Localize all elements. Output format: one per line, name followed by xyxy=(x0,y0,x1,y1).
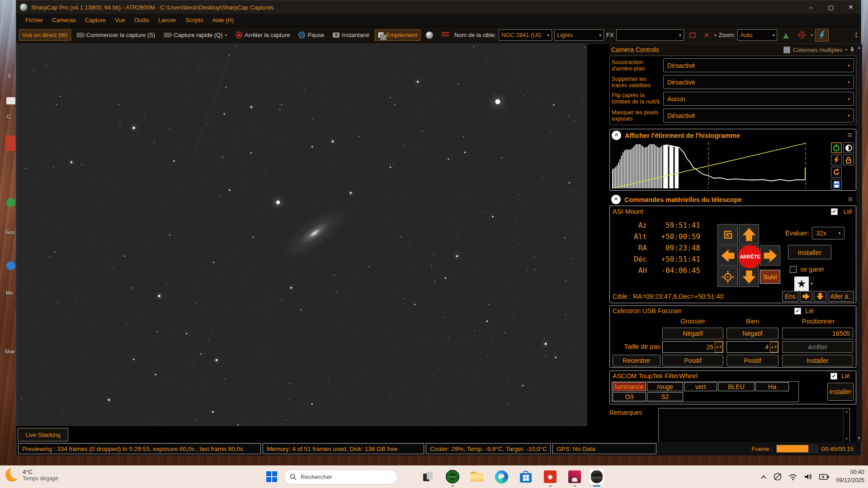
selection-area-button[interactable] xyxy=(686,30,699,40)
live-view-button[interactable]: Vue en direct (W) xyxy=(19,29,71,41)
lock-button[interactable] xyxy=(843,155,854,165)
histogram-plot[interactable] xyxy=(611,141,855,189)
multi-column-checkbox[interactable] xyxy=(783,47,790,53)
mount-setup-button[interactable]: Installer xyxy=(788,245,831,259)
chevron-down-icon[interactable]: ▾ xyxy=(714,33,717,38)
spinner-arrows-icon[interactable]: ▲▼ xyxy=(715,342,723,352)
flip-select[interactable]: Aucun▾ xyxy=(663,92,854,106)
tracking-toggle-button[interactable]: Suivi xyxy=(760,270,780,284)
histogram-button[interactable] xyxy=(779,29,793,41)
coarse-negative-button[interactable]: Négatif xyxy=(662,328,723,339)
reset-stretch-button[interactable] xyxy=(831,167,842,178)
auto-stretch-button[interactable] xyxy=(831,155,842,165)
position-input[interactable]: 16505 xyxy=(782,328,853,339)
file-explorer-button[interactable] xyxy=(469,469,485,484)
save-target-button[interactable]: Ens xyxy=(782,291,798,302)
chevron-down-icon[interactable]: ▾ xyxy=(811,33,813,38)
filterwheel-setup-button[interactable]: Installer xyxy=(827,383,854,401)
sharpcap-app-button[interactable] xyxy=(589,469,604,484)
edge-browser-button[interactable] xyxy=(494,469,509,484)
start-button[interactable] xyxy=(264,469,279,484)
notes-textarea[interactable]: ▲▼ xyxy=(658,408,850,442)
pin-icon[interactable] xyxy=(850,47,854,53)
stretch-on-button[interactable] xyxy=(831,142,842,153)
menu-icon[interactable]: ≡ xyxy=(847,131,854,140)
volume-icon[interactable] xyxy=(804,473,813,480)
reticle-button[interactable] xyxy=(795,29,808,41)
fine-positive-button[interactable]: Positif xyxy=(726,355,778,366)
satellite-trail-select[interactable]: Désactivé▾ xyxy=(663,75,854,89)
desktop-icon-label[interactable]: Shar xyxy=(5,349,15,354)
desktop-icon-label[interactable]: Mic xyxy=(6,290,14,296)
mount-stop-button[interactable]: ARRÊTE xyxy=(738,245,762,268)
taskbar-clock[interactable]: 00:40 09/12/2025 xyxy=(836,468,864,484)
stop-capture-button[interactable]: Arrêter la capture xyxy=(232,29,293,41)
desktop-icon[interactable] xyxy=(5,136,15,151)
park-checkbox[interactable] xyxy=(790,266,797,273)
contrast-button[interactable] xyxy=(843,142,854,153)
snapshot-button[interactable]: Instantané xyxy=(330,29,373,41)
asi-studio-button[interactable]: ◆ xyxy=(542,469,558,484)
focuser-setup-button[interactable]: Installer xyxy=(782,355,853,366)
task-view-button[interactable] xyxy=(420,469,436,484)
fine-negative-button[interactable]: Négatif xyxy=(726,328,778,339)
hide-hot-pixels-select[interactable]: Désactivé▾ xyxy=(663,108,854,122)
fx-select[interactable]: ▾ xyxy=(616,29,684,41)
focuser-linked-checkbox[interactable]: ✓ xyxy=(794,308,801,314)
tools-button[interactable] xyxy=(815,29,829,42)
desktop-icon-label[interactable]: Goo xyxy=(5,230,15,235)
menu-aide[interactable]: Aide (H) xyxy=(208,15,238,25)
focuser-stop-button[interactable]: Arrêter xyxy=(782,341,853,353)
start-capture-button[interactable]: Commencer la capture (S) xyxy=(73,29,158,41)
satellite-app-button[interactable] xyxy=(567,469,582,484)
live-image-canvas[interactable] xyxy=(16,44,587,426)
menu-outils[interactable]: Outils xyxy=(130,15,154,25)
coarse-positive-button[interactable]: Positif xyxy=(662,355,723,366)
pull-target-button[interactable] xyxy=(814,291,826,302)
crosshair-button[interactable]: × xyxy=(701,30,712,41)
slew-right-button[interactable] xyxy=(760,245,780,266)
filter-rouge[interactable]: rouge xyxy=(647,382,683,391)
white-balance-button[interactable] xyxy=(423,29,436,41)
quick-capture-button[interactable]: Capture rapide (Q)▾ xyxy=(160,29,230,41)
center-target-button[interactable] xyxy=(717,267,738,287)
target-name-select[interactable]: NGC 2841 (UG▾ xyxy=(499,29,552,41)
taskbar-search[interactable]: Rechercher xyxy=(284,469,398,484)
chevron-down-icon[interactable]: ▾ xyxy=(845,47,847,52)
mount-linked-checkbox[interactable]: ✓ xyxy=(831,208,838,215)
desktop-icon-label[interactable]: C xyxy=(7,114,10,119)
slew-left-button[interactable] xyxy=(717,245,738,266)
push-target-button[interactable] xyxy=(800,291,812,302)
fine-step-spinner[interactable]: 4▲▼ xyxy=(726,341,778,353)
menu-fichier[interactable]: Fichier xyxy=(21,15,47,25)
filter-vert[interactable]: vert xyxy=(684,382,717,391)
menu-icon[interactable]: ≡ xyxy=(848,195,854,204)
coarse-step-spinner[interactable]: 25▲▼ xyxy=(662,341,723,353)
filter-ha[interactable]: Ha xyxy=(755,382,789,391)
toolbar-overflow-scroll[interactable]: ▲▼ xyxy=(854,32,858,39)
rate-select[interactable]: 32x▾ xyxy=(812,227,844,239)
zoom-select[interactable]: Auto▾ xyxy=(737,29,777,41)
star-select-chevron[interactable]: ▾ xyxy=(809,277,815,291)
stacking-button[interactable]: Empilement xyxy=(375,29,420,41)
slew-down-button[interactable] xyxy=(739,267,759,287)
collapse-icon[interactable]: ^ xyxy=(611,195,621,204)
collapse-icon[interactable]: ^ xyxy=(612,131,621,140)
minimize-button[interactable]: – xyxy=(801,0,821,14)
save-stretch-button[interactable] xyxy=(831,179,842,190)
recenter-button[interactable]: Recentrer xyxy=(613,355,660,366)
do-not-disturb-icon[interactable] xyxy=(773,472,782,481)
slew-up-button[interactable] xyxy=(739,224,759,244)
pause-button[interactable]: Pause xyxy=(295,29,327,41)
desktop-icon[interactable] xyxy=(6,261,15,270)
filter-luminance[interactable]: luminance xyxy=(613,382,646,391)
desktop-icon-label[interactable]: S xyxy=(8,73,11,79)
restore-button[interactable]: ▢ xyxy=(821,0,841,14)
tab-live-stacking[interactable]: Live Stacking xyxy=(18,428,68,441)
desktop-icon[interactable] xyxy=(6,198,15,207)
wifi-icon[interactable] xyxy=(788,473,797,480)
filter-s2[interactable]: S2 xyxy=(647,392,683,401)
weather-widget[interactable]: 4°C Temps dégagé xyxy=(5,468,58,482)
menu-vue[interactable]: Vue xyxy=(110,15,130,25)
menu-scripts[interactable]: Scripts xyxy=(181,15,208,25)
